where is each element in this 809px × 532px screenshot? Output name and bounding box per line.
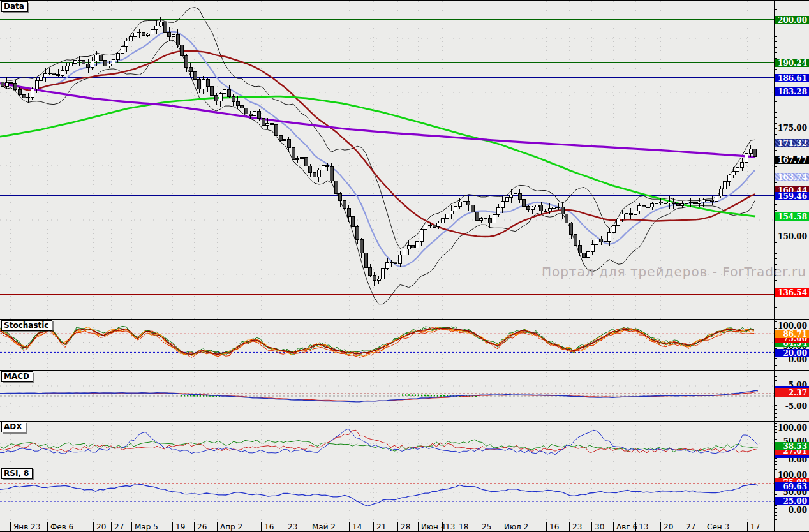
date-label: 30 xyxy=(591,522,604,531)
y-axis-label-rsi: 25.00 xyxy=(775,497,809,505)
date-label: 27 xyxy=(683,522,695,531)
y-axis-label-price: 167.77 xyxy=(775,156,809,164)
panel-tab-macd[interactable]: MACD xyxy=(1,371,33,382)
y-axis-label-price: 175.00 xyxy=(775,124,809,132)
date-label: 21 xyxy=(373,522,386,531)
y-axis-label-price: 190.24 xyxy=(775,59,809,67)
y-axis-label-price: 154.58 xyxy=(775,212,809,221)
y-axis-label-stochastic: 100.00 xyxy=(775,321,809,330)
y-axis-label-price: 150.00 xyxy=(775,232,809,240)
date-label: 13 xyxy=(635,522,648,531)
date-label: 14 xyxy=(349,522,362,531)
date-label: Янв 23 xyxy=(10,522,40,531)
date-label: 16 xyxy=(261,522,274,531)
y-axis-label-macd: 2.37 xyxy=(775,388,809,397)
date-label: Июл 2 xyxy=(501,522,528,531)
price-axis-labels: 200.00190.24186.61183.28175.00171.32167.… xyxy=(775,0,809,532)
date-label: 20 xyxy=(660,522,673,531)
date-label: 20 xyxy=(93,522,106,531)
date-label: Фев 6 xyxy=(47,522,73,531)
y-axis-label-price: 171.32 xyxy=(775,139,809,147)
y-axis-label-price: 186.61 xyxy=(775,74,809,82)
date-label: 19 xyxy=(172,522,185,531)
panel-tab-stochastic[interactable]: Stochastic xyxy=(1,320,52,331)
time-axis: Янв 23Фев 62027Мар 51926Апр 21623Май 214… xyxy=(0,522,809,531)
y-axis-label-adx: 100.00 xyxy=(775,424,809,432)
date-label: 16 xyxy=(546,522,559,531)
panel-tab-data[interactable]: Data xyxy=(1,1,28,12)
date-label: 18 xyxy=(456,522,468,531)
date-label: Июн 4 xyxy=(418,522,445,531)
y-axis-label-stochastic: 20.00 xyxy=(775,349,809,357)
date-label: 23 xyxy=(569,522,582,531)
panel-tab-adx[interactable]: ADX xyxy=(1,422,26,432)
date-label: 23 xyxy=(285,522,297,531)
y-axis-label-stochastic: 86.71 xyxy=(775,330,809,338)
date-label: Апр 2 xyxy=(217,522,242,531)
date-label: Мар 5 xyxy=(131,522,158,531)
y-axis-label-price: 183.28 xyxy=(775,87,809,96)
y-axis-label-price: 200.00 xyxy=(775,16,809,24)
date-label: 27 xyxy=(111,522,124,531)
date-label: 28 xyxy=(397,522,410,531)
date-label: 26 xyxy=(194,522,207,531)
date-label: 13 xyxy=(442,522,455,531)
date-label: Май 2 xyxy=(309,522,336,531)
y-axis-label-adx: 38.53 xyxy=(775,442,809,450)
trading-chart-window: Data Stochastic MACD ADX RSI, 8 Портал д… xyxy=(0,0,809,532)
date-label: Авг 6 xyxy=(613,522,637,531)
y-axis-label-price: 136.54 xyxy=(775,288,809,297)
y-axis-label-rsi: 0.00 xyxy=(775,506,809,514)
y-axis-label-price: 163.74 xyxy=(775,173,809,181)
watermark: Портал для трейдеров - ForTrader.ru xyxy=(542,264,806,279)
date-label: Сен 3 xyxy=(704,522,729,531)
y-axis-label-rsi: 69.63 xyxy=(775,482,809,491)
panel-tab-rsi[interactable]: RSI, 8 xyxy=(1,468,33,479)
date-label: 25 xyxy=(479,522,491,531)
y-axis-label-price: 159.46 xyxy=(775,192,809,200)
date-label: 17 xyxy=(747,522,760,531)
y-axis-label-macd: -5.00 xyxy=(775,402,809,410)
